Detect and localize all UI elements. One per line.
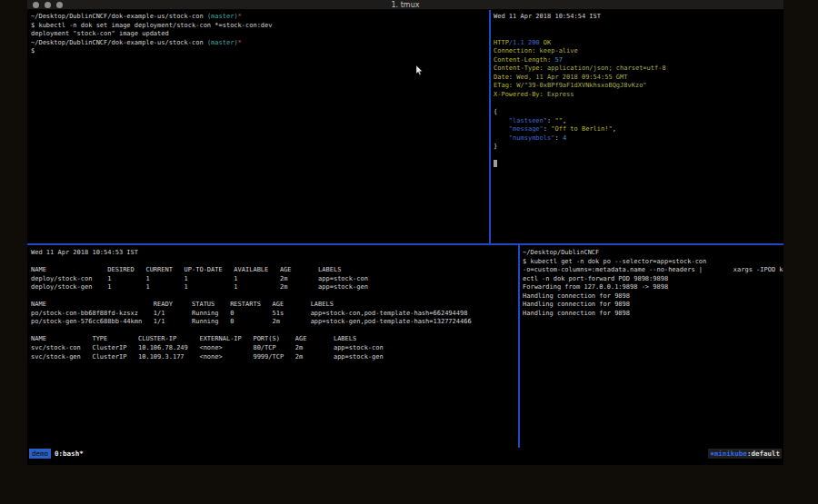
terminal-line: ~/Desktop/DublinCNCF	[523, 249, 783, 258]
terminal-line: }	[494, 143, 783, 152]
terminal-line: Handling connection for 9898	[523, 292, 783, 301]
kube-context: minikube	[714, 450, 747, 458]
terminal-line: $ kubectl get -n dok po --selector=app=s…	[523, 258, 783, 267]
terminal-line: deploy/stock-con 1 1 1 1 2m app=stock-co…	[31, 275, 518, 284]
terminal-line: Content-Length: 57	[494, 56, 783, 65]
terminal-line: "message": "Off to Berlin!",	[494, 125, 783, 134]
terminal-line: ~/Desktop/DublinCNCF/dok-example-us/stoc…	[31, 13, 489, 22]
terminal-line: svc/stock-gen ClusterIP 10.109.3.177 <no…	[31, 353, 518, 362]
terminal-line: Wed 11 Apr 2018 10:54:54 IST	[494, 13, 783, 22]
pane-top-right-http-response[interactable]: Wed 11 Apr 2018 10:54:54 IST HTTP/1.1 20…	[491, 10, 783, 243]
terminal-line: Date: Wed, 11 Apr 2018 09:54:55 GMT	[494, 74, 783, 83]
terminal-line: X-Powered-By: Express	[494, 91, 783, 100]
terminal-line: $ kubectl -n dok set image deployment/st…	[31, 22, 489, 31]
terminal-line: Handling connection for 9898	[523, 301, 783, 310]
terminal-line: Handling connection for 9898	[523, 310, 783, 319]
terminal-line	[494, 152, 783, 161]
terminal-line: NAME TYPE CLUSTER-IP EXTERNAL-IP PORT(S)…	[31, 335, 518, 344]
terminal-window: 1. tmux ~/Desktop/DublinCNCF/dok-example…	[27, 0, 783, 465]
terminal-line	[494, 22, 783, 31]
terminal-line: Connection: keep-alive	[494, 47, 783, 56]
tmux-status-right: ⎈minikube:default	[708, 449, 782, 459]
terminal-line: NAME DESIRED CURRENT UP-TO-DATE AVAILABL…	[31, 266, 518, 275]
pane-bottom-left-kubectl-watch[interactable]: Wed 11 Apr 2018 10:54:53 IST NAME DESIRE…	[27, 245, 518, 448]
pane-top-left-shell[interactable]: ~/Desktop/DublinCNCF/dok-example-us/stoc…	[27, 10, 489, 243]
pane-bottom-right-port-forward[interactable]: ~/Desktop/DublinCNCF$ kubectl get -n dok…	[520, 245, 783, 448]
window-title: 1. tmux	[27, 1, 783, 9]
terminal-line: Wed 11 Apr 2018 10:54:53 IST	[31, 249, 518, 258]
terminal-line: -o=custom-columns=:metadata.name --no-he…	[523, 266, 783, 275]
terminal-line: Forwarding from 127.0.0.1:9898 -> 9898	[523, 283, 783, 292]
terminal-line	[31, 292, 518, 301]
terminal-line: po/stock-con-bb68f88fd-kzsxz 1/1 Running…	[31, 310, 518, 319]
terminal-line: deploy/stock-gen 1 1 1 1 2m app=stock-ge…	[31, 283, 518, 292]
terminal-line: $	[31, 47, 489, 56]
terminal-line: "lastseen": "",	[494, 117, 783, 126]
terminal-line	[494, 160, 783, 169]
terminal-line: ETag: W/"39-0xBPf9aF1dXVNkhsxoBQgJ8vKzo"	[494, 82, 783, 91]
terminal-line: NAME READY STATUS RESTARTS AGE LABELS	[31, 301, 518, 310]
terminal-line: Content-Type: application/json; charset=…	[494, 64, 783, 74]
terminal-line: ~/Desktop/DublinCNCF/dok-example-us/stoc…	[31, 39, 489, 48]
terminal-line: ectl -n dok port-forward POD 9898:9898	[523, 275, 783, 284]
terminal-line: po/stock-gen-576cc688bb-44kmn 1/1 Runnin…	[31, 318, 518, 327]
terminal-line: {	[494, 108, 783, 117]
terminal-line: HTTP/1.1 200 OK	[494, 39, 783, 48]
terminal-line: deployment "stock-con" image updated	[31, 30, 489, 39]
tmux-status-bar: demo 0:bash* ⎈minikube:default	[27, 448, 783, 460]
tmux-window-item[interactable]: 0:bash*	[55, 448, 84, 460]
terminal-line	[31, 258, 518, 267]
terminal-line: svc/stock-con ClusterIP 10.106.78.249 <n…	[31, 344, 518, 353]
kube-namespace: :default	[747, 450, 780, 458]
terminal-line	[494, 30, 783, 39]
mouse-pointer-icon	[416, 62, 424, 79]
terminal-line: "numsymbols": 4	[494, 134, 783, 143]
tmux-session-name[interactable]: demo	[29, 449, 51, 459]
terminal-line	[31, 327, 518, 336]
titlebar[interactable]: 1. tmux	[27, 0, 783, 10]
terminal-line	[494, 99, 783, 108]
